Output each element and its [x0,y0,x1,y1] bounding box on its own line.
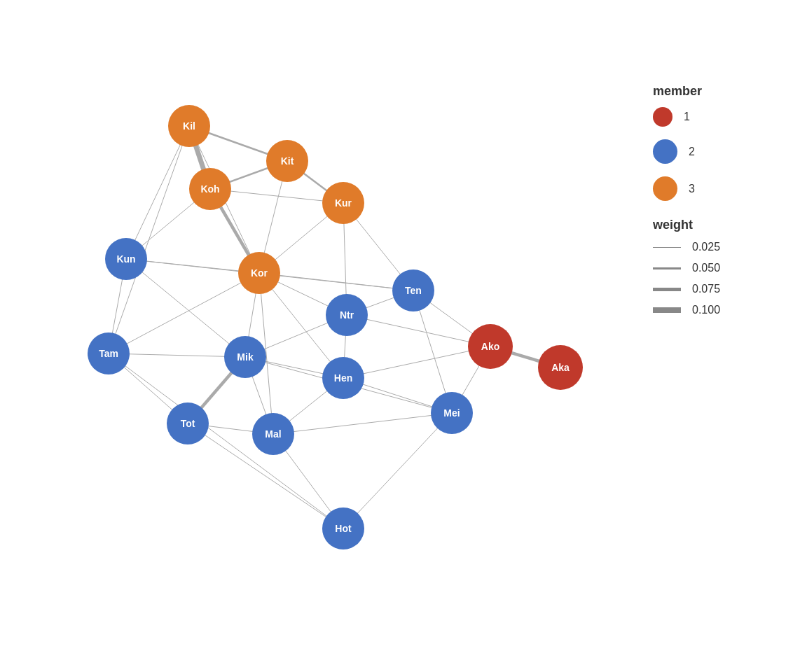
node-label: Kor [251,267,268,279]
node-label: Tam [99,348,118,359]
network-svg: KilKitKohKurKorKunTamTenNtrMikHenTotMalM… [0,0,630,672]
legend-weight-line [653,247,681,248]
network-node[interactable]: Hen [322,357,364,399]
node-label: Mik [237,351,254,363]
legend-member-label: 3 [689,183,695,195]
legend-weight-label: 0.075 [692,283,720,295]
legend-member-label: 1 [684,111,690,123]
network-node[interactable]: Aka [538,345,583,390]
network-edge [343,346,490,378]
legend-member-label: 2 [689,146,695,158]
weight-legend: 0.0250.0500.0750.100 [653,241,793,316]
legend-weight-item: 0.075 [653,283,793,295]
network-node[interactable]: Tam [88,332,130,374]
network-node[interactable]: Mei [431,392,473,434]
member-legend: 123 [653,107,793,201]
node-label: Ten [405,285,422,296]
legend-member-circle [653,107,672,127]
legend-member-item: 1 [653,107,793,127]
node-label: Kun [116,253,135,265]
legend-weight-label: 0.100 [692,304,720,316]
legend-member-item: 2 [653,139,793,164]
network-node[interactable]: Kur [322,182,364,224]
node-label: Mal [265,428,281,440]
network-edge [126,259,245,357]
legend-weight-item: 0.100 [653,304,793,316]
node-label: Tot [181,418,195,429]
network-node[interactable]: Ako [468,324,513,369]
legend-member-circle [653,139,677,164]
network-node[interactable]: Kor [238,252,280,294]
legend-weight-line [653,288,681,291]
legend-weight-item: 0.050 [653,262,793,274]
member-legend-title: member [653,84,793,99]
node-label: Ako [481,341,499,352]
network-edge [273,413,452,434]
network-node[interactable]: Tot [167,402,209,444]
network-node[interactable]: Koh [189,168,231,210]
legend-weight-line [653,307,681,313]
node-label: Aka [551,362,570,373]
network-node[interactable]: Kil [168,105,210,147]
network-edge [343,413,452,528]
legend-weight-label: 0.050 [692,262,720,274]
network-node[interactable]: Mal [252,413,294,455]
network-edge [126,126,189,259]
legend-member-circle [653,176,677,201]
legend-weight-line [653,267,681,270]
weight-legend-title: weight [653,218,793,232]
legend-weight-label: 0.025 [692,241,720,253]
legend-weight-item: 0.025 [653,241,793,253]
node-label: Ntr [340,309,354,321]
node-label: Kur [335,197,352,209]
network-node[interactable]: Ten [392,270,434,312]
network-node[interactable]: Hot [322,507,364,550]
network-node[interactable]: Ntr [326,294,368,336]
chart-area: KilKitKohKurKorKunTamTenNtrMikHenTotMalM… [0,0,630,672]
node-label: Mei [443,407,460,419]
network-node[interactable]: Kun [105,238,147,280]
legend-panel: member 123 weight 0.0250.0500.0750.100 [653,84,793,325]
node-label: Kil [183,120,195,132]
node-label: Hot [335,523,352,534]
legend-member-item: 3 [653,176,793,201]
node-label: Hen [334,372,352,384]
node-label: Koh [200,183,219,195]
network-node[interactable]: Kit [266,140,308,182]
node-label: Kit [281,155,294,167]
network-node[interactable]: Mik [224,336,266,378]
